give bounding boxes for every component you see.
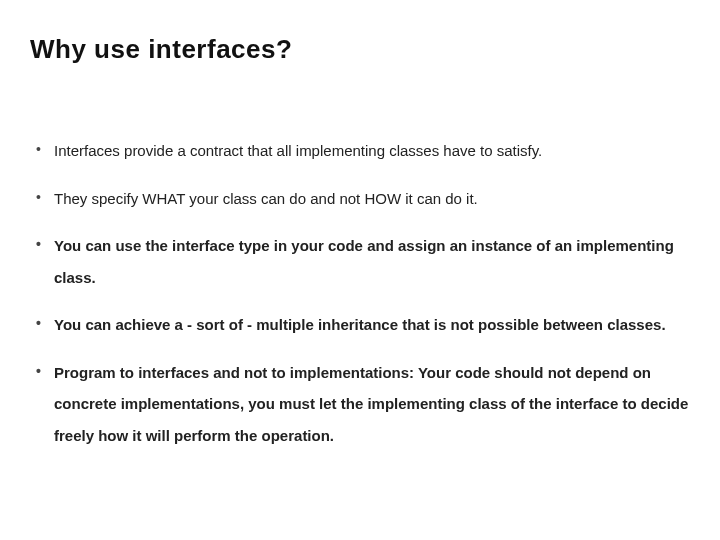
bullet-item-highlight: You can use the interface type in your c… — [36, 230, 690, 293]
bullet-item: They specify WHAT your class can do and … — [36, 183, 690, 215]
bullet-item: Program to interfaces and not to impleme… — [36, 357, 690, 452]
bullet-list: Interfaces provide a contract that all i… — [30, 135, 690, 451]
bullet-lead: Program to interfaces and not to impleme… — [54, 364, 414, 381]
slide: Why use interfaces? Interfaces provide a… — [0, 0, 720, 540]
bullet-item: Interfaces provide a contract that all i… — [36, 135, 690, 167]
bullet-item: You can achieve a - sort of - multiple i… — [36, 309, 690, 341]
bullet-text: that is not possible between classes. — [398, 316, 666, 333]
bullet-bold-text: multiple inheritance — [256, 316, 398, 333]
slide-title: Why use interfaces? — [30, 34, 690, 65]
bullet-text: You can achieve a - sort of - — [54, 316, 256, 333]
